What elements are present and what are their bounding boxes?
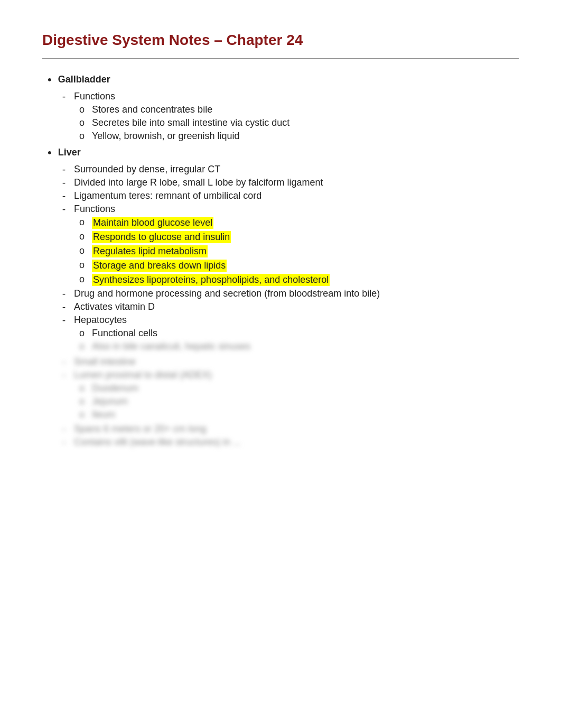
list-item-blurred: o Also in bile canaliculi, hepatic sinus… xyxy=(79,341,519,352)
blurred-sub-list: o Duodenum o Jejunum o Ileum xyxy=(79,383,519,420)
dash-lobes-text: Divided into large R lobe, small L lobe … xyxy=(74,177,323,188)
list-item-blurred: o Jejunum xyxy=(79,396,519,407)
sub-o: o xyxy=(79,341,87,352)
bullet-dot: • xyxy=(48,146,52,160)
dash-blurred-villi: - Contains villi (wave-like structures) … xyxy=(62,437,519,448)
list-item: o Functional cells xyxy=(79,328,519,339)
dash-ligamentum-text: Ligamentum teres: remnant of umbilical c… xyxy=(74,190,261,201)
dash-functions-gallbladder-text: Functions xyxy=(74,91,115,102)
dash-hepatocytes-text: Hepatocytes xyxy=(74,315,127,326)
sub-item-text: Functional cells xyxy=(92,328,157,339)
dash-blurred-meters: - Spans 6 meters or 20+ cm long xyxy=(62,423,519,435)
sub-blurred-text: Jejunum xyxy=(92,396,128,407)
dash-symbol: - xyxy=(62,315,69,326)
sub-o: o xyxy=(79,231,87,242)
dash-lobes: - Divided into large R lobe, small L lob… xyxy=(62,177,519,188)
sub-o: o xyxy=(79,104,87,115)
list-item-blurred: o Duodenum xyxy=(79,383,519,394)
dash-blurred-lumen: - Lumen proximal to distal (ADEX) xyxy=(62,370,519,381)
dash-blurred-text: Contains villi (wave-like structures) in… xyxy=(74,437,241,448)
dash-symbol: - xyxy=(62,190,69,201)
dash-blurred-text: Small intestine xyxy=(74,356,136,367)
liver-functions-sub-list: o Maintain blood glucose level o Respond… xyxy=(79,217,519,286)
sub-item-highlighted: Responds to glucose and insulin xyxy=(92,231,231,243)
sub-blurred-text: Duodenum xyxy=(92,383,138,394)
bullet-gallbladder-label: Gallbladder xyxy=(58,74,110,85)
list-item-blurred: o Ileum xyxy=(79,409,519,420)
dash-symbol: - xyxy=(62,301,69,312)
list-item: o Maintain blood glucose level xyxy=(79,217,519,229)
dash-symbol: - xyxy=(62,177,69,188)
divider xyxy=(42,58,519,59)
dash-functions-liver: - Functions xyxy=(62,204,519,215)
dash-drug-hormone-text: Drug and hormone processing and secretio… xyxy=(74,288,519,299)
dash-hepatocytes: - Hepatocytes xyxy=(62,315,519,326)
list-item: o Secretes bile into small intestine via… xyxy=(79,117,519,128)
list-item: o Synthesizes lipoproteins, phospholipid… xyxy=(79,274,519,286)
dash-ct-text: Surrounded by dense, irregular CT xyxy=(74,164,220,175)
sub-o: o xyxy=(79,117,87,128)
sub-o: o xyxy=(79,217,87,228)
dash-blurred-text: Spans 6 meters or 20+ cm long xyxy=(74,423,207,435)
gallbladder-sub-list: o Stores and concentrates bile o Secrete… xyxy=(79,104,519,142)
bullet-liver: • Liver xyxy=(48,147,519,160)
sub-item-text: Yellow, brownish, or greenish liquid xyxy=(92,131,240,142)
sub-blurred-text: Ileum xyxy=(92,409,115,420)
bullet-liver-label: Liver xyxy=(58,147,81,158)
hepatocytes-sub-list: o Functional cells o Also in bile canali… xyxy=(79,328,519,352)
dash-functions-liver-text: Functions xyxy=(74,204,115,215)
dash-blurred-text: Lumen proximal to distal (ADEX) xyxy=(74,370,212,381)
dash-functions-gallbladder: - Functions xyxy=(62,91,519,102)
sub-item-text: Stores and concentrates bile xyxy=(92,104,212,115)
sub-o: o xyxy=(79,328,87,339)
dash-symbol: - xyxy=(62,423,69,435)
dash-ligamentum: - Ligamentum teres: remnant of umbilical… xyxy=(62,190,519,201)
content-area: • Gallbladder - Functions o Stores and c… xyxy=(48,74,519,448)
dash-symbol: - xyxy=(62,164,69,175)
sub-o: o xyxy=(79,409,87,420)
sub-o: o xyxy=(79,396,87,407)
list-item: o Stores and concentrates bile xyxy=(79,104,519,115)
bullet-gallbladder: • Gallbladder xyxy=(48,74,519,87)
dash-vitamin-d-text: Activates vitamin D xyxy=(74,301,155,312)
sub-item-highlighted: Regulates lipid metabolism xyxy=(92,245,208,257)
sub-item-highlighted: Storage and breaks down lipids xyxy=(92,260,227,272)
list-item: o Responds to glucose and insulin xyxy=(79,231,519,243)
dash-symbol: - xyxy=(62,356,69,367)
sub-o: o xyxy=(79,274,87,285)
sub-o: o xyxy=(79,131,87,142)
sub-item-highlighted: Maintain blood glucose level xyxy=(92,217,213,229)
page-title: Digestive System Notes – Chapter 24 xyxy=(42,32,519,49)
bullet-dot: • xyxy=(48,73,52,87)
dash-symbol: - xyxy=(62,437,69,448)
sub-o: o xyxy=(79,260,87,271)
dash-vitamin-d: - Activates vitamin D xyxy=(62,301,519,312)
list-item: o Regulates lipid metabolism xyxy=(79,245,519,257)
list-item: o Storage and breaks down lipids xyxy=(79,260,519,272)
sub-item-highlighted: Synthesizes lipoproteins, phospholipids,… xyxy=(92,274,330,286)
dash-drug-hormone: - Drug and hormone processing and secret… xyxy=(62,288,519,299)
dash-ct: - Surrounded by dense, irregular CT xyxy=(62,164,519,175)
dash-symbol: - xyxy=(62,370,69,381)
dash-symbol: - xyxy=(62,204,69,215)
sub-item-blurred: Also in bile canaliculi, hepatic sinuses xyxy=(92,341,250,352)
page-container: Digestive System Notes – Chapter 24 • Ga… xyxy=(42,32,519,448)
sub-o: o xyxy=(79,245,87,256)
dash-symbol: - xyxy=(62,91,69,102)
sub-item-text: Secretes bile into small intestine via c… xyxy=(92,117,289,128)
dash-symbol: - xyxy=(62,288,69,299)
dash-blurred-small-intestine: - Small intestine xyxy=(62,356,519,367)
list-item: o Yellow, brownish, or greenish liquid xyxy=(79,131,519,142)
sub-o: o xyxy=(79,383,87,394)
